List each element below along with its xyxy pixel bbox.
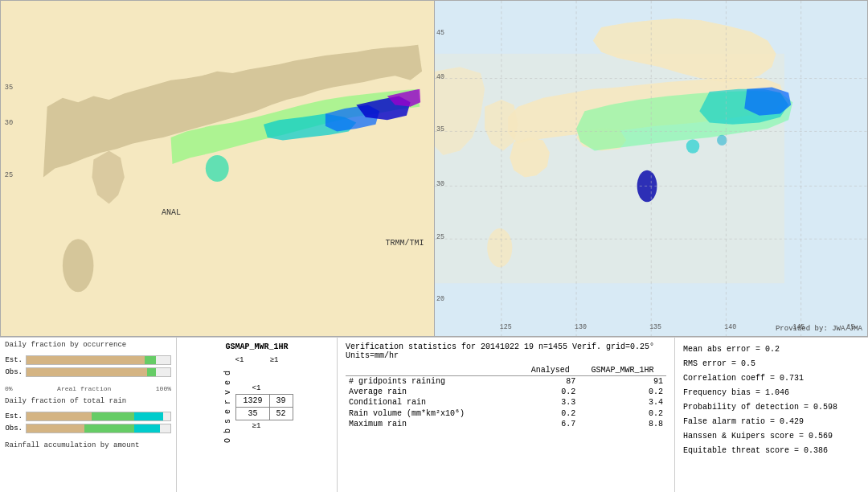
occurrence-bars: Est. Obs. xyxy=(5,355,171,377)
verif-row-label: Rain volume (mm*km²x10⁶) xyxy=(346,408,522,419)
stat-item: Equitable threat score = 0.386 xyxy=(683,444,860,458)
map-credit: Provided by: JWA/JMA xyxy=(776,325,862,333)
cell-d: 52 xyxy=(269,407,293,420)
verif-col-label xyxy=(346,365,522,376)
verif-row: Maximum rain 6.7 8.8 xyxy=(346,419,666,429)
right-map-panel: Hourly Radar-AMeDAS analysis for 2014102… xyxy=(435,0,869,337)
svg-point-41 xyxy=(686,139,699,154)
maps-row: GSMAP_MWR_1HR estimates for 20141022 19 xyxy=(0,0,868,338)
observed-label: O b s e r v e d xyxy=(220,367,235,446)
verif-row-gsmap: 8.8 xyxy=(579,419,666,429)
verif-row-analysed: 0.2 xyxy=(522,408,579,419)
label-trmm: TRMM/TMI xyxy=(385,239,424,248)
verif-row-analysed: 6.7 xyxy=(522,419,579,429)
verification-panel: Verification statistics for 20141022 19 … xyxy=(338,338,675,492)
verif-row-label: Maximum rain xyxy=(346,419,522,429)
svg-text:30: 30 xyxy=(436,180,444,188)
svg-text:25: 25 xyxy=(436,233,444,241)
verif-row: Conditional rain 3.3 3.4 xyxy=(346,397,666,408)
verif-row-label: Conditional rain xyxy=(346,397,522,408)
svg-point-34 xyxy=(206,155,229,182)
svg-text:40: 40 xyxy=(436,72,444,80)
contingency-table: 1329 39 35 52 xyxy=(235,394,293,420)
axis-100: 100% xyxy=(156,385,171,392)
cell-c: 35 xyxy=(236,407,269,420)
verif-col-gsmap: GSMAP_MWR_1HR xyxy=(579,365,666,376)
verif-row-label: Average rain xyxy=(346,387,522,397)
obs-label-2: Obs. xyxy=(5,424,23,433)
charts-panel: Daily fraction by occurrence Est. Obs. xyxy=(0,338,177,492)
svg-text:35: 35 xyxy=(5,82,13,92)
verif-row-analysed: 87 xyxy=(522,376,579,387)
est-rain-bar xyxy=(26,412,171,421)
obs-occurrence-bar xyxy=(26,367,171,377)
svg-point-33 xyxy=(63,239,93,292)
verif-col-analysed: Analysed xyxy=(522,365,579,376)
svg-text:20: 20 xyxy=(436,295,444,303)
col-ge1: ≥1 xyxy=(270,356,279,364)
stats-panel: Mean abs error = 0.2RMS error = 0.5Corre… xyxy=(675,338,868,492)
obs-rain-bar xyxy=(26,424,171,433)
label-anal: ANAL xyxy=(162,208,181,217)
verification-header: Verification statistics for 20141022 19 … xyxy=(346,342,666,360)
verif-row: # gridpoints raining 87 91 xyxy=(346,376,666,387)
verif-row-analysed: 3.3 xyxy=(522,397,579,408)
occurrence-chart-title: Daily fraction by occurrence xyxy=(5,341,171,349)
est-label-2: Est. xyxy=(5,412,23,420)
main-container: GSMAP_MWR_1HR estimates for 20141022 19 xyxy=(0,0,868,492)
verif-row-gsmap: 0.2 xyxy=(579,387,666,397)
stat-item: Probability of detection = 0.598 xyxy=(683,400,860,415)
svg-text:30: 30 xyxy=(5,117,13,127)
col-lt1: <1 xyxy=(235,356,244,364)
rain-bars: Est. Obs. xyxy=(5,412,171,433)
bottom-row: Daily fraction by occurrence Est. Obs. xyxy=(0,338,868,492)
stat-item: Frequency bias = 1.046 xyxy=(683,386,860,400)
stat-item: Correlation coeff = 0.731 xyxy=(683,371,860,386)
cell-b: 39 xyxy=(269,394,293,407)
verif-row: Rain volume (mm*km²x10⁶) 0.2 0.2 xyxy=(346,408,666,419)
stat-item: RMS error = 0.5 xyxy=(683,357,860,371)
obs-label-1: Obs. xyxy=(5,368,23,376)
est-label-1: Est. xyxy=(5,356,23,364)
verif-row-gsmap: 0.2 xyxy=(579,408,666,419)
verif-row: Average rain 0.2 0.2 xyxy=(346,387,666,397)
verif-row-gsmap: 91 xyxy=(579,376,666,387)
verification-table: Analysed GSMAP_MWR_1HR # gridpoints rain… xyxy=(346,365,666,429)
rain-chart-title: Daily fraction of total rain xyxy=(5,397,171,405)
verif-row-label: # gridpoints raining xyxy=(346,376,522,387)
stat-item: False alarm ratio = 0.429 xyxy=(683,415,860,429)
cell-a: 1329 xyxy=(236,394,269,407)
svg-text:35: 35 xyxy=(436,125,444,133)
contingency-title: GSMAP_MWR_1HR xyxy=(225,342,288,351)
svg-text:25: 25 xyxy=(5,170,13,180)
contingency-panel: GSMAP_MWR_1HR <1 ≥1 O b s e r v e d <1 1… xyxy=(177,338,338,492)
stat-item: Mean abs error = 0.2 xyxy=(683,342,860,357)
rainfall-chart-title: Rainfall accumulation by amount xyxy=(5,441,171,449)
row-lt1-label: <1 xyxy=(252,384,260,392)
svg-text:45: 45 xyxy=(436,29,444,37)
svg-point-42 xyxy=(717,135,727,146)
est-occurrence-bar xyxy=(26,355,171,365)
verif-row-gsmap: 3.4 xyxy=(579,397,666,408)
row-ge1-label: ≥1 xyxy=(252,422,260,430)
stat-item: Hanssen & Kuipers score = 0.569 xyxy=(683,429,860,444)
table-wrapper: O b s e r v e d <1 1329 39 35 52 xyxy=(220,367,293,446)
axis-label: Areal fraction xyxy=(57,385,111,392)
axis-0: 0% xyxy=(5,385,13,392)
verif-row-analysed: 0.2 xyxy=(522,387,579,397)
left-map-panel: GSMAP_MWR_1HR estimates for 20141022 19 xyxy=(0,0,435,337)
